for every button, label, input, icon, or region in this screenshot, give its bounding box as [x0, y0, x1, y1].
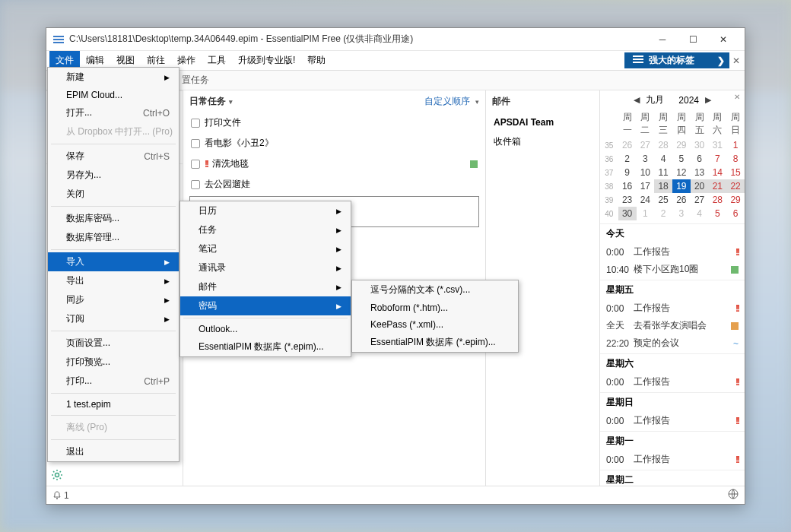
agenda-item[interactable]: 0:00工作报告!! [600, 373, 745, 391]
menu-item[interactable]: 保存Ctrl+S [48, 147, 179, 166]
calendar-day[interactable]: 17 [637, 179, 655, 193]
calendar-day[interactable]: 5 [672, 152, 691, 166]
menu-item[interactable]: 打印...Ctrl+P [48, 372, 179, 391]
menu-item[interactable]: KeePass (*.xml)... [352, 316, 518, 333]
globe-icon[interactable] [728, 489, 739, 502]
calendar-day[interactable]: 1 [637, 207, 655, 220]
calendar-day[interactable]: 29 [672, 138, 691, 152]
menu-item[interactable]: 导入▶ [48, 252, 179, 271]
checkbox[interactable] [191, 119, 200, 128]
tasks-sort[interactable]: 自定义顺序 ▾ [424, 95, 479, 108]
menu-upgrade[interactable]: 升级到专业版! [232, 51, 301, 70]
menu-item[interactable]: EPIM Cloud... [48, 87, 179, 103]
calendar-day[interactable]: 6 [726, 207, 745, 220]
calendar-day[interactable]: 10 [637, 166, 655, 179]
agenda-item[interactable]: 0:00工作报告!! [600, 451, 745, 468]
calendar-day[interactable]: 3 [637, 152, 655, 166]
agenda-item[interactable]: 22:20预定的会议~ [600, 334, 745, 352]
mail-team[interactable]: APSDAI Team [494, 117, 592, 128]
menu-item[interactable]: 任务▶ [180, 220, 351, 239]
checkbox[interactable] [191, 160, 200, 169]
calendar-day[interactable]: 26 [618, 138, 637, 152]
calendar-day[interactable]: 7 [709, 152, 727, 166]
calendar-day[interactable]: 14 [709, 166, 727, 179]
menu-item[interactable]: 逗号分隔的文本 (*.csv)... [352, 280, 518, 299]
menu-item[interactable]: 页面设置... [48, 334, 179, 353]
dropdown-icon[interactable]: ▾ [229, 98, 233, 106]
calendar-day[interactable]: 8 [726, 152, 745, 166]
mail-inbox[interactable]: 收件箱 [494, 135, 592, 148]
calendar-day[interactable]: 26 [672, 193, 691, 207]
agenda-item[interactable]: 10:40楼下小区跑10圈 [600, 261, 745, 278]
calendar-day[interactable]: 4 [654, 152, 672, 166]
menu-help[interactable]: 帮助 [301, 51, 332, 70]
menu-item[interactable]: 另存为... [48, 166, 179, 185]
calendar-day[interactable]: 5 [709, 207, 727, 220]
calendar-day[interactable]: 28 [654, 138, 672, 152]
menu-item[interactable]: EssentialPIM 数据库 (*.epim)... [180, 337, 351, 356]
menu-item[interactable]: 1 test.epim [48, 396, 179, 413]
calendar-day[interactable]: 23 [618, 193, 637, 207]
menu-item[interactable]: 数据库密码... [48, 209, 179, 228]
calendar-day[interactable]: 2 [654, 207, 672, 220]
checkbox[interactable] [191, 139, 200, 148]
agenda-item[interactable]: 0:00工作报告!! [600, 412, 745, 429]
calendar-day[interactable]: 16 [618, 179, 637, 193]
menu-item[interactable]: 打开...Ctrl+O [48, 103, 179, 122]
calendar-day[interactable]: 3 [672, 207, 691, 220]
agenda-item[interactable]: 0:00工作报告!! [600, 299, 745, 317]
menu-item[interactable]: 数据库管理... [48, 228, 179, 247]
menu-item[interactable]: 打印预览... [48, 353, 179, 372]
maximize-button[interactable]: ☐ [678, 29, 708, 50]
calendar-day[interactable]: 2 [618, 152, 637, 166]
calendar-day[interactable]: 25 [654, 193, 672, 207]
calendar-day[interactable]: 13 [691, 166, 709, 179]
menu-item[interactable]: 订阅▶ [48, 309, 179, 328]
menu-item[interactable]: 日历▶ [180, 201, 351, 220]
calendar-day[interactable]: 6 [691, 152, 709, 166]
calendar-day[interactable]: 20 [691, 179, 709, 193]
calendar-day[interactable]: 28 [709, 193, 727, 207]
calendar-day[interactable]: 27 [637, 138, 655, 152]
calendar-day[interactable]: 21 [709, 179, 727, 193]
calendar-day[interactable]: 30 [691, 138, 709, 152]
calendar-close[interactable]: ✕ [734, 93, 740, 101]
next-month[interactable]: ▶ [705, 95, 711, 105]
menu-item[interactable]: 笔记▶ [180, 239, 351, 258]
close-button[interactable]: ✕ [708, 29, 739, 50]
calendar-day[interactable]: 27 [691, 193, 709, 207]
notification-bell[interactable]: 1 [52, 490, 69, 501]
menu-item[interactable]: 退出 [48, 442, 179, 461]
menu-item[interactable]: 导出▶ [48, 271, 179, 290]
calendar-day[interactable]: 24 [637, 193, 655, 207]
gear-icon[interactable] [51, 469, 63, 481]
calendar-day[interactable]: 1 [726, 138, 745, 152]
tag-banner-close[interactable]: ✕ [731, 51, 742, 70]
calendar-day[interactable]: 12 [672, 166, 691, 179]
menu-item[interactable]: 通讯录▶ [180, 258, 351, 277]
agenda-item[interactable]: 0:00工作报告!! [600, 243, 745, 261]
calendar-day[interactable]: 31 [709, 138, 727, 152]
task-row[interactable]: 打印文件 [183, 112, 485, 133]
menu-item[interactable]: Outlook... [180, 321, 351, 337]
prev-month[interactable]: ◀ [634, 95, 640, 105]
tag-banner[interactable]: 强大的标签 ❯ [624, 52, 729, 68]
menu-tools[interactable]: 工具 [202, 51, 232, 70]
task-row[interactable]: 去公园遛娃 [183, 174, 485, 195]
calendar-day[interactable]: 15 [726, 166, 745, 179]
menu-item[interactable]: 关闭 [48, 185, 179, 204]
menu-item[interactable]: 邮件▶ [180, 277, 351, 296]
menu-item[interactable]: EssentialPIM 数据库 (*.epim)... [352, 333, 518, 352]
minimize-button[interactable]: ─ [647, 29, 678, 50]
menu-item[interactable]: 密码▶ [180, 296, 351, 315]
calendar-day[interactable]: 18 [654, 179, 672, 193]
calendar-day[interactable]: 30 [618, 207, 637, 220]
calendar-day[interactable]: 9 [618, 166, 637, 179]
calendar-day[interactable]: 19 [672, 179, 691, 193]
checkbox[interactable] [191, 180, 200, 189]
task-row[interactable]: 看电影《小丑2》 [183, 133, 485, 154]
calendar-day[interactable]: 29 [726, 193, 745, 207]
menu-item[interactable]: 同步▶ [48, 290, 179, 309]
agenda-item[interactable]: 全天去看张学友演唱会 [600, 317, 745, 334]
calendar-day[interactable]: 11 [654, 166, 672, 179]
